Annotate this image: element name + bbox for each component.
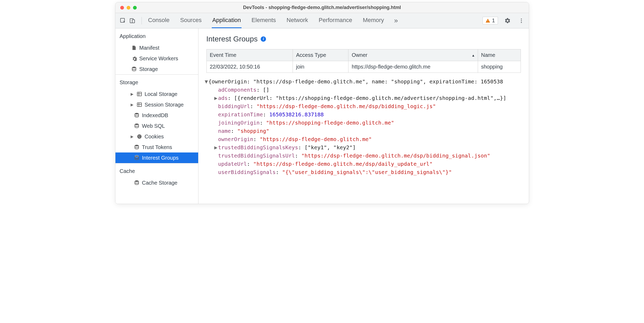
- sidebar-item-label: Trust Tokens: [142, 144, 172, 150]
- sidebar-item-websql[interactable]: Web SQL: [115, 121, 198, 131]
- svg-point-3: [521, 18, 522, 19]
- db-icon: [134, 113, 139, 118]
- devtools-toolbar: Console Sources Application Elements Net…: [115, 13, 529, 28]
- issues-count: 1: [492, 18, 495, 24]
- kebab-menu-icon[interactable]: [517, 16, 526, 25]
- issues-badge[interactable]: 1: [483, 17, 498, 24]
- sidebar-item-indexeddb[interactable]: IndexedDB: [115, 110, 198, 121]
- file-icon: [131, 45, 137, 50]
- db-icon: [134, 155, 139, 160]
- divider: [142, 17, 142, 24]
- panel-tabs: Console Sources Application Elements Net…: [147, 13, 482, 28]
- sidebar-item-label: Interest Groups: [142, 155, 179, 161]
- main-panel: Interest Groups i Event TimeAccess TypeO…: [198, 28, 529, 204]
- sidebar-item-label: Web SQL: [142, 123, 165, 129]
- sidebar-item-trust-tokens[interactable]: Trust Tokens: [115, 142, 198, 152]
- tab-network[interactable]: Network: [286, 13, 309, 28]
- titlebar: DevTools - shopping-fledge-demo.glitch.m…: [115, 2, 529, 13]
- sidebar-item-interest-groups[interactable]: Interest Groups: [115, 152, 198, 163]
- section-cache: Cache: [115, 163, 198, 177]
- warning-icon: [485, 18, 490, 23]
- window-title: DevTools - shopping-fledge-demo.glitch.m…: [115, 5, 529, 10]
- events-table: Event TimeAccess TypeOwner▲Name 22/03/20…: [206, 49, 521, 73]
- col-event-time[interactable]: Event Time: [206, 49, 293, 61]
- grid-icon: [137, 91, 142, 97]
- gear-icon: [131, 56, 137, 61]
- table-cell: join: [293, 61, 348, 73]
- detail-json[interactable]: ▼{ownerOrigin: "https://dsp-fledge-demo.…: [198, 73, 529, 179]
- section-application: Application: [115, 28, 198, 42]
- expand-caret-icon[interactable]: ▶: [130, 92, 134, 96]
- table-cell: 22/03/2022, 10:50:16: [206, 61, 293, 73]
- db-icon: [131, 66, 137, 72]
- sort-arrow-icon: ▲: [472, 53, 475, 57]
- devtools-window: DevTools - shopping-fledge-demo.glitch.m…: [115, 2, 529, 204]
- table-row[interactable]: 22/03/2022, 10:50:16joinhttps://dsp-fled…: [206, 61, 521, 73]
- sidebar-item-label: IndexedDB: [142, 112, 168, 118]
- svg-point-5: [521, 22, 522, 23]
- sidebar-item-label: Session Storage: [145, 102, 184, 108]
- sidebar-item-label: Service Workers: [139, 56, 178, 62]
- sidebar-item-manifest[interactable]: Manifest: [115, 42, 198, 53]
- col-owner[interactable]: Owner▲: [348, 49, 478, 61]
- col-access-type[interactable]: Access Type: [293, 49, 348, 61]
- expand-caret-icon[interactable]: ▶: [130, 134, 134, 139]
- sidebar-item-label: Cache Storage: [142, 180, 177, 186]
- settings-gear-icon[interactable]: [503, 16, 512, 25]
- grid-icon: [137, 102, 142, 107]
- tab-console[interactable]: Console: [148, 13, 170, 28]
- section-storage: Storage: [115, 75, 198, 89]
- sidebar-item-cookies[interactable]: ▶Cookies: [115, 131, 198, 142]
- svg-rect-2: [132, 20, 135, 23]
- svg-point-4: [521, 20, 522, 21]
- sidebar-item-label: Storage: [139, 66, 158, 72]
- inspect-element-icon[interactable]: [119, 16, 127, 25]
- application-sidebar: Application ManifestService WorkersStora…: [115, 28, 198, 204]
- sidebar-item-label: Local Storage: [145, 91, 177, 97]
- db-icon: [134, 123, 139, 129]
- tab-elements[interactable]: Elements: [251, 13, 277, 28]
- info-icon[interactable]: i: [261, 36, 266, 42]
- device-toolbar-icon[interactable]: [128, 16, 137, 25]
- sidebar-item-label: Manifest: [139, 45, 160, 51]
- db-icon: [134, 180, 139, 185]
- sidebar-item-service-workers[interactable]: Service Workers: [115, 53, 198, 64]
- sidebar-item-local-storage[interactable]: ▶Local Storage: [115, 89, 198, 99]
- sidebar-item-storage-app[interactable]: Storage: [115, 64, 198, 74]
- panel-title: Interest Groups i: [198, 28, 529, 47]
- tab-memory[interactable]: Memory: [362, 13, 384, 28]
- panel-title-text: Interest Groups: [206, 35, 258, 43]
- cookie-icon: [137, 134, 142, 139]
- more-tabs-icon[interactable]: »: [394, 13, 398, 28]
- tab-application[interactable]: Application: [212, 13, 242, 28]
- tab-performance[interactable]: Performance: [318, 13, 353, 28]
- table-cell: shopping: [478, 61, 521, 73]
- sidebar-item-session-storage[interactable]: ▶Session Storage: [115, 99, 198, 110]
- sidebar-item-label: Cookies: [145, 134, 164, 140]
- db-icon: [134, 144, 139, 150]
- table-cell: https://dsp-fledge-demo.glitch.me: [348, 61, 478, 73]
- col-name[interactable]: Name: [478, 49, 521, 61]
- tab-sources[interactable]: Sources: [180, 13, 202, 28]
- sidebar-item-cache-storage[interactable]: Cache Storage: [115, 177, 198, 188]
- expand-caret-icon[interactable]: ▶: [130, 103, 134, 107]
